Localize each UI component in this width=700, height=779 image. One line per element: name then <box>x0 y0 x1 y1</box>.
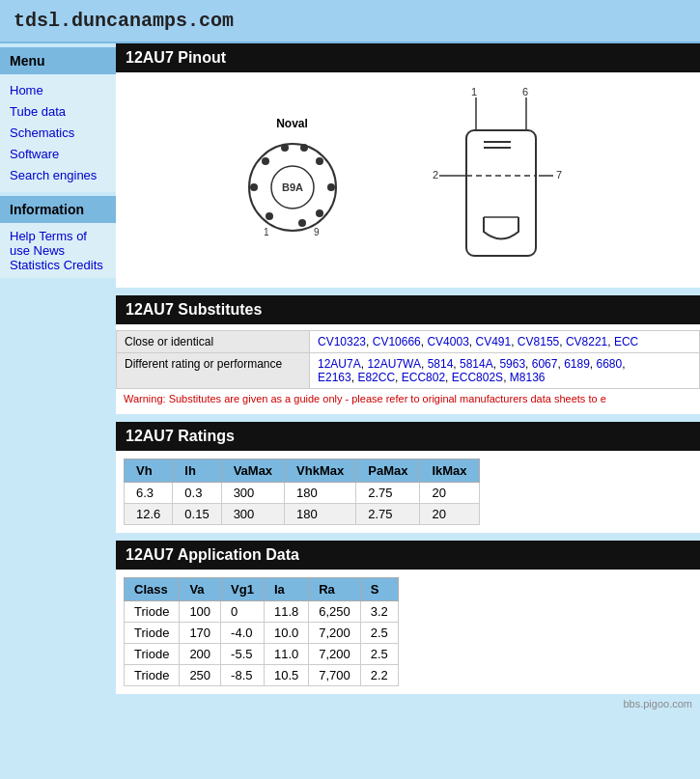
col-ia: Ia <box>264 578 308 601</box>
sidebar-item-statistics[interactable]: Statistics <box>10 258 60 272</box>
col-vh: Vh <box>125 459 173 483</box>
svg-text:9: 9 <box>314 227 320 237</box>
appdata-header: 12AU7 Application Data <box>116 541 700 570</box>
sidebar-item-credits[interactable]: Credits <box>64 258 103 272</box>
col-pamax: PaMax <box>356 459 420 483</box>
svg-point-11 <box>316 209 323 217</box>
sidebar-item-searchengines[interactable]: Search engines <box>10 165 106 186</box>
svg-point-7 <box>281 144 289 152</box>
sidebar-item-news[interactable]: News <box>34 243 66 258</box>
col-va: Va <box>180 578 221 601</box>
noval-diagram: Noval B9A 1 <box>244 117 341 243</box>
noval-label: Noval <box>244 117 341 130</box>
table-header-row: Class Va Vg1 Ia Ra S <box>125 578 399 601</box>
svg-point-5 <box>250 183 258 191</box>
diff-items: 12AU7A, 12AU7WA, 5814, 5814A, 5963, 6067… <box>310 353 700 389</box>
table-row: Different rating or performance 12AU7A, … <box>117 353 700 389</box>
menu-links: Home Tube data Schematics Software Searc… <box>0 74 116 192</box>
svg-text:6: 6 <box>522 86 528 97</box>
sidebar-item-help[interactable]: Help <box>10 229 36 243</box>
info-links: Help Terms of use News Statistics Credit… <box>0 223 116 278</box>
pinout-diagram: Noval B9A 1 <box>116 72 700 288</box>
table-row: 6.30.33001802.7520 <box>125 483 480 504</box>
sidebar-item-tubedata[interactable]: Tube data <box>10 101 106 123</box>
site-title: tdsl.duncanamps.com <box>14 10 234 32</box>
table-row: Close or identical CV10323, CV10666, CV4… <box>117 331 700 353</box>
svg-rect-22 <box>466 130 536 256</box>
substitutes-section: 12AU7 Substitutes Close or identical CV1… <box>116 295 700 414</box>
svg-text:2: 2 <box>433 169 438 181</box>
col-ra: Ra <box>309 578 361 601</box>
diff-label: Different rating or performance <box>117 353 310 389</box>
menu-header: Menu <box>0 47 116 74</box>
svg-text:7: 7 <box>556 169 562 181</box>
svg-point-10 <box>327 183 335 191</box>
main-content: 12AU7 Pinout Noval B9A 1 <box>116 43 700 721</box>
table-row: 12.60.153001802.7520 <box>125 504 480 525</box>
substitutes-table: Close or identical CV10323, CV10666, CV4… <box>116 330 700 389</box>
sidebar-item-software[interactable]: Software <box>10 144 106 165</box>
svg-text:1: 1 <box>264 227 269 237</box>
table-row: Triode100011.86,2503.2 <box>125 601 399 623</box>
tube-symbol: 1 6 2 7 <box>379 82 573 278</box>
col-ih: Ih <box>173 459 221 483</box>
col-vamax: VaMax <box>221 459 284 483</box>
col-vg1: Vg1 <box>221 578 265 601</box>
close-items: CV10323, CV10666, CV4003, CV491, CV8155,… <box>310 331 700 353</box>
ratings-section: 12AU7 Ratings Vh Ih VaMax VhkMax PaMax I… <box>116 422 700 533</box>
table-row: Triode200-5.511.07,2002.5 <box>125 644 399 665</box>
sidebar-item-home[interactable]: Home <box>10 80 106 101</box>
close-label: Close or identical <box>117 331 310 353</box>
substitutes-header: 12AU7 Substitutes <box>116 295 700 324</box>
col-ikmax: IkMax <box>420 459 479 483</box>
col-class: Class <box>125 578 180 601</box>
svg-point-9 <box>316 157 323 165</box>
svg-point-6 <box>262 157 269 165</box>
sidebar-item-schematics[interactable]: Schematics <box>10 123 106 144</box>
info-header: Information <box>0 196 116 223</box>
svg-text:B9A: B9A <box>281 181 302 193</box>
appdata-section: 12AU7 Application Data Class Va Vg1 Ia R… <box>116 541 700 713</box>
watermark: bbs.pigoo.com <box>116 694 700 713</box>
svg-point-3 <box>266 212 273 220</box>
warning-text: Warning: Substitutes are given as a guid… <box>116 389 700 408</box>
sidebar: Menu Home Tube data Schematics Software … <box>0 43 116 721</box>
table-row: Triode170-4.010.07,2002.5 <box>125 623 399 644</box>
pinout-header: 12AU7 Pinout <box>116 43 700 72</box>
pinout-section: 12AU7 Pinout Noval B9A 1 <box>116 43 700 288</box>
svg-point-8 <box>300 144 308 152</box>
ratings-table: Vh Ih VaMax VhkMax PaMax IkMax 6.30.3300… <box>124 459 480 525</box>
ratings-header: 12AU7 Ratings <box>116 422 700 451</box>
site-header: tdsl.duncanamps.com <box>0 0 700 43</box>
table-header-row: Vh Ih VaMax VhkMax PaMax IkMax <box>125 459 480 483</box>
svg-text:1: 1 <box>471 86 477 97</box>
svg-point-12 <box>298 219 306 227</box>
col-vhkmax: VhkMax <box>285 459 356 483</box>
table-row: Triode250-8.510.57,7002.2 <box>125 665 399 686</box>
tube-svg: 1 6 2 7 <box>379 82 573 275</box>
col-s: S <box>360 578 398 601</box>
noval-svg: B9A 1 <box>244 134 341 240</box>
appdata-table: Class Va Vg1 Ia Ra S Triode100011.86,250… <box>124 577 399 686</box>
